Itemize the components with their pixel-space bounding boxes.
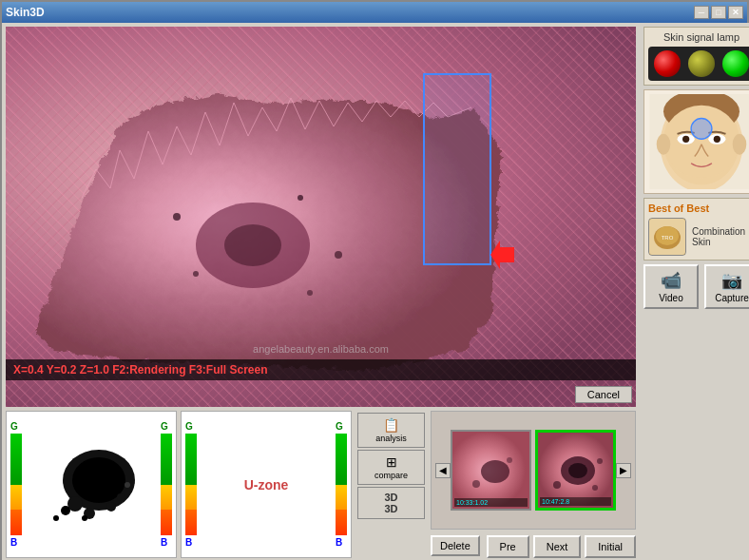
thumbnail-2[interactable]: 10:47:2.8	[535, 430, 616, 511]
left-panel: angelabeauty.en.alibaba.com X=0.4 Y=0.2 …	[2, 23, 640, 560]
uzone-seg-yellow-right	[336, 485, 347, 511]
lamp-green	[722, 50, 749, 77]
svg-point-7	[307, 290, 313, 296]
best-title: Best of Best	[648, 203, 749, 214]
analysis-tool-button[interactable]: 📋 analysis	[357, 413, 425, 448]
product-name: Combination Skin	[692, 226, 749, 247]
color-bar-g-label: G	[10, 421, 22, 432]
svg-point-4	[298, 195, 303, 201]
uzone-color-bar-right: G B	[336, 421, 347, 548]
delete-button[interactable]: Delete	[431, 535, 480, 556]
face-section	[643, 89, 749, 194]
thumb-prev-arrow[interactable]: ◀	[435, 463, 451, 478]
svg-point-3	[173, 213, 181, 221]
color-segments-right	[161, 434, 172, 535]
bottom-panel: G B	[6, 411, 636, 558]
svg-point-30	[592, 485, 598, 491]
analysis-panel-right: G B U-zone G	[181, 411, 352, 558]
status-text: X=0.4 Y=0.2 Z=1.0 F2:Rendering F3:Full S…	[13, 363, 268, 377]
svg-point-22	[481, 460, 509, 483]
svg-point-2	[224, 224, 281, 266]
maximize-button[interactable]: □	[711, 6, 726, 19]
thumb1-timestamp: 10:33:1.02	[454, 498, 528, 507]
right-panel: Skin signal lamp	[640, 23, 749, 560]
next-button[interactable]: Next	[533, 535, 582, 558]
minimize-button[interactable]: ─	[694, 6, 709, 19]
spots-svg	[37, 423, 161, 547]
cancel-button[interactable]: Cancel	[575, 386, 632, 403]
svg-point-17	[117, 493, 125, 501]
svg-point-39	[682, 136, 689, 143]
bottom-action-row: Delete Pre Next Initial	[431, 533, 636, 558]
uzone-label: U-zone	[244, 477, 289, 492]
capture-label: Capture	[715, 293, 749, 303]
nav-buttons: Pre Next Initial	[487, 535, 636, 558]
status-bar: X=0.4 Y=0.2 Z=1.0 F2:Rendering F3:Full S…	[6, 359, 636, 380]
color-bar-b-right: B	[161, 537, 172, 548]
initial-button[interactable]: Initial	[585, 535, 636, 558]
middle-area: 📋 analysis ⊞ compare 3D 3D	[355, 411, 636, 558]
video-button[interactable]: 📹 Video	[643, 264, 699, 309]
uzone-g-label: G	[185, 421, 197, 432]
capture-button[interactable]: 📷 Capture	[704, 264, 749, 309]
compare-icon: ⊞	[386, 454, 397, 470]
uzone-b-label: B	[185, 537, 197, 548]
uzone-seg-red	[185, 510, 197, 535]
lamp-olive	[688, 50, 715, 77]
color-segments	[10, 434, 22, 535]
3d-text2: 3D	[384, 503, 397, 514]
thumbnail-1[interactable]: 10:33:1.02	[451, 430, 531, 511]
seg-yellow-right	[161, 485, 172, 511]
svg-point-43	[733, 134, 747, 155]
analysis-icon: 📋	[383, 417, 399, 433]
uzone-segments-right	[336, 434, 347, 535]
color-bar-g-right: G	[161, 421, 172, 432]
analysis-panel-left: G B	[6, 411, 177, 558]
close-button[interactable]: ✕	[728, 6, 743, 19]
camera-icon: 📷	[721, 270, 742, 291]
uzone-seg-yellow	[185, 485, 197, 511]
svg-point-27	[568, 463, 587, 478]
product-image: TRO	[648, 218, 686, 256]
face-diagram	[644, 94, 749, 189]
uzone-segments	[185, 434, 197, 535]
thumbnails-row: 10:33:1.02	[451, 430, 616, 511]
compare-tool-button[interactable]: ⊞ compare	[357, 450, 425, 485]
content-area: angelabeauty.en.alibaba.com X=0.4 Y=0.2 …	[2, 23, 747, 560]
video-label: Video	[659, 293, 682, 303]
3d-text: 3D	[384, 492, 397, 503]
svg-point-19	[53, 515, 59, 521]
3d-tool-button[interactable]: 3D 3D	[357, 487, 425, 519]
svg-text:TRO: TRO	[662, 235, 674, 241]
main-window: Skin3D ─ □ ✕	[0, 0, 749, 560]
signal-lamp-section: Skin signal lamp	[643, 27, 749, 86]
analysis-label: analysis	[375, 434, 407, 443]
color-bar-b-label: B	[10, 537, 22, 548]
thumb-next-arrow[interactable]: ▶	[616, 463, 631, 478]
svg-point-24	[507, 457, 512, 463]
seg-green-right	[161, 434, 172, 485]
seg-red	[10, 510, 22, 535]
thumb-img-2: 10:47:2.8	[538, 433, 613, 508]
uzone-seg-green-right	[336, 434, 347, 485]
svg-point-6	[193, 271, 199, 277]
svg-point-40	[714, 136, 720, 143]
pre-button[interactable]: Pre	[487, 535, 529, 558]
color-bar-right: G B	[161, 421, 172, 548]
view-3d: angelabeauty.en.alibaba.com X=0.4 Y=0.2 …	[6, 27, 636, 407]
svg-point-29	[597, 458, 603, 464]
best-item: TRO Combination Skin	[648, 218, 749, 256]
svg-point-42	[657, 134, 671, 155]
color-bar-left: G B	[10, 421, 22, 548]
thumbnails-area: ◀	[431, 411, 636, 558]
uzone-b-right: B	[336, 537, 347, 548]
best-section: Best of Best TRO Combination Skin	[643, 198, 749, 261]
uzone-color-bar-left: G B	[185, 421, 197, 548]
svg-point-23	[472, 480, 480, 488]
product-svg: TRO	[649, 219, 685, 255]
action-buttons: 📹 Video 📷 Capture	[643, 264, 749, 309]
thumb2-timestamp: 10:47:2.8	[540, 497, 611, 506]
svg-point-20	[125, 482, 130, 488]
thumbnails-strip: ◀	[431, 411, 636, 530]
signal-lamp-title: Skin signal lamp	[648, 31, 749, 43]
